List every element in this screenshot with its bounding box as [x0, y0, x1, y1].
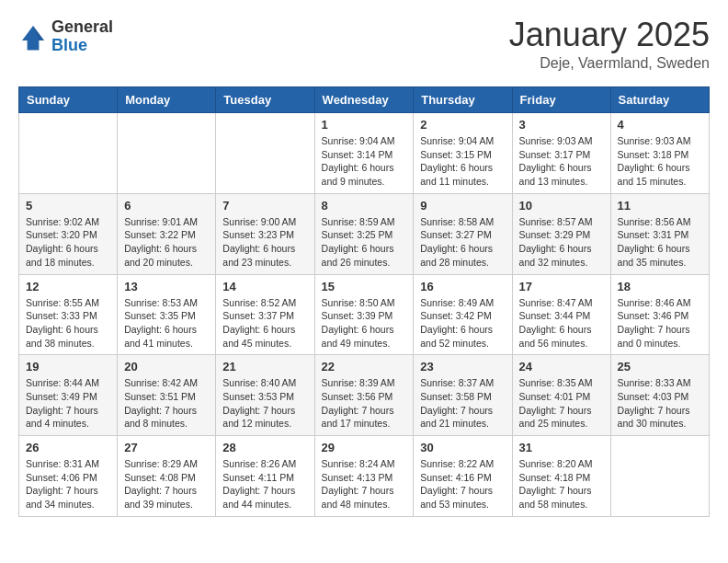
calendar-cell: 23Sunrise: 8:37 AM Sunset: 3:58 PM Dayli… [414, 355, 512, 436]
calendar-table: SundayMondayTuesdayWednesdayThursdayFrid… [18, 86, 710, 517]
day-info: Sunrise: 9:03 AM Sunset: 3:17 PM Dayligh… [519, 134, 604, 189]
calendar-cell: 7Sunrise: 9:00 AM Sunset: 3:23 PM Daylig… [216, 193, 314, 274]
calendar-cell: 21Sunrise: 8:40 AM Sunset: 3:53 PM Dayli… [216, 355, 314, 436]
calendar-cell: 15Sunrise: 8:50 AM Sunset: 3:39 PM Dayli… [314, 274, 414, 355]
day-info: Sunrise: 8:33 AM Sunset: 4:03 PM Dayligh… [618, 376, 702, 431]
day-info: Sunrise: 8:52 AM Sunset: 3:37 PM Dayligh… [222, 296, 307, 350]
day-number: 13 [124, 280, 209, 293]
calendar-cell: 13Sunrise: 8:53 AM Sunset: 3:35 PM Dayli… [118, 274, 216, 355]
location-text: Deje, Vaermland, Sweden [509, 55, 710, 72]
day-number: 18 [618, 280, 702, 293]
day-info: Sunrise: 8:24 AM Sunset: 4:13 PM Dayligh… [322, 457, 407, 511]
day-info: Sunrise: 8:39 AM Sunset: 3:56 PM Dayligh… [322, 376, 407, 431]
day-info: Sunrise: 9:04 AM Sunset: 3:14 PM Dayligh… [322, 134, 407, 189]
calendar-cell: 17Sunrise: 8:47 AM Sunset: 3:44 PM Dayli… [512, 274, 610, 355]
calendar-cell: 1Sunrise: 9:04 AM Sunset: 3:14 PM Daylig… [314, 113, 414, 194]
day-number: 19 [26, 360, 110, 373]
day-number: 21 [222, 360, 307, 373]
header: General Blue January 2025 Deje, Vaermlan… [18, 18, 710, 72]
calendar-cell [118, 113, 216, 194]
day-info: Sunrise: 8:42 AM Sunset: 3:51 PM Dayligh… [124, 376, 209, 431]
weekday-header-tuesday: Tuesday [216, 87, 314, 113]
calendar-cell: 6Sunrise: 9:01 AM Sunset: 3:22 PM Daylig… [118, 193, 216, 274]
day-info: Sunrise: 9:04 AM Sunset: 3:15 PM Dayligh… [420, 134, 505, 189]
day-info: Sunrise: 8:57 AM Sunset: 3:29 PM Dayligh… [519, 215, 604, 270]
day-info: Sunrise: 8:26 AM Sunset: 4:11 PM Dayligh… [222, 457, 307, 511]
day-number: 7 [222, 199, 307, 213]
day-number: 27 [124, 441, 209, 454]
day-number: 14 [222, 280, 307, 293]
calendar-cell: 2Sunrise: 9:04 AM Sunset: 3:15 PM Daylig… [414, 113, 512, 194]
calendar-week-row: 1Sunrise: 9:04 AM Sunset: 3:14 PM Daylig… [19, 113, 710, 194]
day-number: 3 [519, 118, 604, 132]
day-info: Sunrise: 8:58 AM Sunset: 3:27 PM Dayligh… [420, 215, 505, 270]
day-number: 30 [420, 441, 505, 454]
day-number: 8 [322, 199, 407, 213]
calendar-cell: 31Sunrise: 8:20 AM Sunset: 4:18 PM Dayli… [512, 436, 610, 517]
day-info: Sunrise: 9:03 AM Sunset: 3:18 PM Dayligh… [618, 134, 702, 189]
day-number: 12 [26, 280, 110, 293]
day-number: 1 [322, 118, 407, 132]
day-number: 28 [222, 441, 307, 454]
day-number: 25 [618, 360, 702, 373]
day-number: 6 [124, 199, 209, 213]
day-info: Sunrise: 8:46 AM Sunset: 3:46 PM Dayligh… [618, 296, 702, 350]
calendar-cell: 28Sunrise: 8:26 AM Sunset: 4:11 PM Dayli… [216, 436, 314, 517]
logo-general-text: General [51, 18, 113, 37]
day-info: Sunrise: 8:37 AM Sunset: 3:58 PM Dayligh… [420, 376, 505, 431]
calendar-week-row: 26Sunrise: 8:31 AM Sunset: 4:06 PM Dayli… [19, 436, 710, 517]
calendar-cell: 9Sunrise: 8:58 AM Sunset: 3:27 PM Daylig… [414, 193, 512, 274]
calendar-cell: 27Sunrise: 8:29 AM Sunset: 4:08 PM Dayli… [118, 436, 216, 517]
day-info: Sunrise: 8:31 AM Sunset: 4:06 PM Dayligh… [26, 457, 110, 511]
day-number: 17 [519, 280, 604, 293]
day-number: 22 [322, 360, 407, 373]
logo-blue-text: Blue [51, 37, 113, 55]
day-number: 29 [322, 441, 407, 454]
day-info: Sunrise: 8:29 AM Sunset: 4:08 PM Dayligh… [124, 457, 209, 511]
calendar-week-row: 5Sunrise: 9:02 AM Sunset: 3:20 PM Daylig… [19, 193, 710, 274]
day-number: 20 [124, 360, 209, 373]
calendar-cell: 18Sunrise: 8:46 AM Sunset: 3:46 PM Dayli… [610, 274, 709, 355]
logo-text: General Blue [51, 18, 113, 55]
day-info: Sunrise: 8:50 AM Sunset: 3:39 PM Dayligh… [322, 296, 407, 350]
day-info: Sunrise: 8:59 AM Sunset: 3:25 PM Dayligh… [322, 215, 407, 270]
calendar-cell: 3Sunrise: 9:03 AM Sunset: 3:17 PM Daylig… [512, 113, 610, 194]
calendar-cell: 20Sunrise: 8:42 AM Sunset: 3:51 PM Dayli… [118, 355, 216, 436]
calendar-cell: 10Sunrise: 8:57 AM Sunset: 3:29 PM Dayli… [512, 193, 610, 274]
day-info: Sunrise: 9:00 AM Sunset: 3:23 PM Dayligh… [222, 215, 307, 270]
weekday-header-thursday: Thursday [414, 87, 512, 113]
day-info: Sunrise: 8:22 AM Sunset: 4:16 PM Dayligh… [420, 457, 505, 511]
day-info: Sunrise: 9:02 AM Sunset: 3:20 PM Dayligh… [26, 215, 110, 270]
calendar-cell: 4Sunrise: 9:03 AM Sunset: 3:18 PM Daylig… [610, 113, 709, 194]
logo: General Blue [18, 18, 113, 55]
day-number: 5 [26, 199, 110, 213]
calendar-cell: 24Sunrise: 8:35 AM Sunset: 4:01 PM Dayli… [512, 355, 610, 436]
day-number: 11 [618, 199, 702, 213]
day-number: 15 [322, 280, 407, 293]
day-number: 31 [519, 441, 604, 454]
calendar-cell: 29Sunrise: 8:24 AM Sunset: 4:13 PM Dayli… [314, 436, 414, 517]
day-info: Sunrise: 8:49 AM Sunset: 3:42 PM Dayligh… [420, 296, 505, 350]
weekday-header-saturday: Saturday [610, 87, 709, 113]
calendar-cell: 16Sunrise: 8:49 AM Sunset: 3:42 PM Dayli… [414, 274, 512, 355]
weekday-header-friday: Friday [512, 87, 610, 113]
weekday-header-row: SundayMondayTuesdayWednesdayThursdayFrid… [19, 87, 710, 113]
day-info: Sunrise: 8:47 AM Sunset: 3:44 PM Dayligh… [519, 296, 604, 350]
calendar-week-row: 19Sunrise: 8:44 AM Sunset: 3:49 PM Dayli… [19, 355, 710, 436]
weekday-header-monday: Monday [118, 87, 216, 113]
day-info: Sunrise: 8:35 AM Sunset: 4:01 PM Dayligh… [519, 376, 604, 431]
calendar-cell [19, 113, 118, 194]
calendar-cell: 8Sunrise: 8:59 AM Sunset: 3:25 PM Daylig… [314, 193, 414, 274]
day-number: 16 [420, 280, 505, 293]
day-info: Sunrise: 8:55 AM Sunset: 3:33 PM Dayligh… [26, 296, 110, 350]
day-number: 23 [420, 360, 505, 373]
logo-icon [18, 22, 48, 52]
day-number: 26 [26, 441, 110, 454]
day-info: Sunrise: 8:20 AM Sunset: 4:18 PM Dayligh… [519, 457, 604, 511]
day-info: Sunrise: 9:01 AM Sunset: 3:22 PM Dayligh… [124, 215, 209, 270]
day-number: 4 [618, 118, 702, 132]
calendar-cell [216, 113, 314, 194]
calendar-cell: 26Sunrise: 8:31 AM Sunset: 4:06 PM Dayli… [19, 436, 118, 517]
calendar-cell [610, 436, 709, 517]
day-info: Sunrise: 8:53 AM Sunset: 3:35 PM Dayligh… [124, 296, 209, 350]
